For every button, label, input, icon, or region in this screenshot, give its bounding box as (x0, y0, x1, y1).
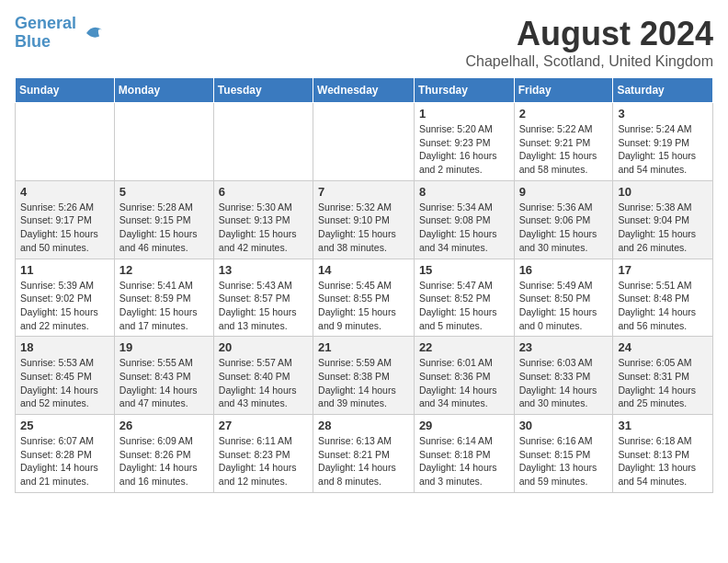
logo-text: General Blue (15, 15, 76, 52)
day-number: 1 (419, 107, 509, 121)
day-header-wednesday: Wednesday (313, 78, 415, 103)
calendar-cell: 29Sunrise: 6:14 AM Sunset: 8:18 PM Dayli… (414, 415, 514, 493)
subtitle: Chapelhall, Scotland, United Kingdom (466, 53, 714, 70)
day-number: 23 (519, 340, 609, 354)
day-number: 22 (419, 340, 509, 354)
day-info: Sunrise: 5:20 AM Sunset: 9:23 PM Dayligh… (419, 122, 509, 177)
calendar-cell: 30Sunrise: 6:16 AM Sunset: 8:15 PM Dayli… (514, 415, 613, 493)
day-info: Sunrise: 6:03 AM Sunset: 8:33 PM Dayligh… (519, 356, 609, 410)
calendar-cell (16, 103, 115, 181)
main-title: August 2024 (466, 15, 714, 53)
calendar-cell: 12Sunrise: 5:41 AM Sunset: 8:59 PM Dayli… (114, 259, 213, 337)
day-number: 18 (20, 340, 109, 354)
calendar-cell: 2Sunrise: 5:22 AM Sunset: 9:21 PM Daylig… (514, 103, 613, 181)
calendar-cell: 27Sunrise: 6:11 AM Sunset: 8:23 PM Dayli… (213, 415, 313, 493)
calendar-cell: 21Sunrise: 5:59 AM Sunset: 8:38 PM Dayli… (313, 337, 415, 415)
calendar-cell: 8Sunrise: 5:34 AM Sunset: 9:08 PM Daylig… (414, 180, 514, 259)
day-number: 24 (618, 340, 708, 354)
day-header-thursday: Thursday (414, 78, 514, 103)
day-number: 20 (219, 340, 308, 354)
day-number: 10 (618, 185, 708, 199)
day-number: 7 (318, 185, 409, 199)
day-number: 5 (119, 185, 209, 199)
day-number: 6 (219, 185, 308, 199)
day-info: Sunrise: 6:05 AM Sunset: 8:31 PM Dayligh… (618, 356, 708, 410)
calendar-cell: 5Sunrise: 5:28 AM Sunset: 9:15 PM Daylig… (114, 180, 213, 259)
day-info: Sunrise: 5:41 AM Sunset: 8:59 PM Dayligh… (119, 279, 209, 333)
day-info: Sunrise: 6:01 AM Sunset: 8:36 PM Dayligh… (419, 356, 509, 410)
day-info: Sunrise: 5:36 AM Sunset: 9:06 PM Dayligh… (519, 201, 609, 255)
calendar-cell: 11Sunrise: 5:39 AM Sunset: 9:02 PM Dayli… (16, 259, 115, 337)
calendar-cell: 23Sunrise: 6:03 AM Sunset: 8:33 PM Dayli… (514, 337, 613, 415)
day-info: Sunrise: 6:13 AM Sunset: 8:21 PM Dayligh… (318, 434, 409, 488)
calendar-cell: 28Sunrise: 6:13 AM Sunset: 8:21 PM Dayli… (313, 415, 415, 493)
calendar-table: SundayMondayTuesdayWednesdayThursdayFrid… (15, 77, 713, 493)
week-row-3: 11Sunrise: 5:39 AM Sunset: 9:02 PM Dayli… (16, 259, 713, 337)
calendar-cell: 15Sunrise: 5:47 AM Sunset: 8:52 PM Dayli… (414, 259, 514, 337)
day-info: Sunrise: 5:51 AM Sunset: 8:48 PM Dayligh… (618, 279, 708, 333)
day-header-friday: Friday (514, 78, 613, 103)
day-info: Sunrise: 5:24 AM Sunset: 9:19 PM Dayligh… (618, 122, 708, 177)
day-number: 8 (419, 185, 509, 199)
calendar-cell: 22Sunrise: 6:01 AM Sunset: 8:36 PM Dayli… (414, 337, 514, 415)
day-info: Sunrise: 6:18 AM Sunset: 8:13 PM Dayligh… (618, 434, 708, 488)
day-info: Sunrise: 5:49 AM Sunset: 8:50 PM Dayligh… (519, 279, 609, 333)
day-number: 28 (318, 419, 409, 432)
calendar-cell: 14Sunrise: 5:45 AM Sunset: 8:55 PM Dayli… (313, 259, 415, 337)
calendar-cell (213, 103, 313, 181)
day-header-monday: Monday (114, 78, 213, 103)
day-number: 25 (20, 419, 109, 432)
day-number: 4 (20, 185, 109, 199)
calendar-cell: 6Sunrise: 5:30 AM Sunset: 9:13 PM Daylig… (213, 180, 313, 259)
calendar-cell: 25Sunrise: 6:07 AM Sunset: 8:28 PM Dayli… (16, 415, 115, 493)
day-number: 14 (318, 263, 409, 277)
day-number: 17 (618, 263, 708, 277)
calendar-body: 1Sunrise: 5:20 AM Sunset: 9:23 PM Daylig… (16, 103, 713, 493)
day-info: Sunrise: 6:11 AM Sunset: 8:23 PM Dayligh… (219, 434, 308, 488)
day-info: Sunrise: 6:07 AM Sunset: 8:28 PM Dayligh… (20, 434, 109, 488)
calendar-cell: 7Sunrise: 5:32 AM Sunset: 9:10 PM Daylig… (313, 180, 415, 259)
calendar-cell (114, 103, 213, 181)
day-info: Sunrise: 5:43 AM Sunset: 8:57 PM Dayligh… (219, 279, 308, 333)
day-number: 16 (519, 263, 609, 277)
day-header-sunday: Sunday (16, 78, 115, 103)
day-number: 9 (519, 185, 609, 199)
day-number: 29 (419, 419, 509, 432)
calendar-cell (313, 103, 415, 181)
calendar-cell: 19Sunrise: 5:55 AM Sunset: 8:43 PM Dayli… (114, 337, 213, 415)
day-info: Sunrise: 5:55 AM Sunset: 8:43 PM Dayligh… (119, 356, 209, 410)
day-info: Sunrise: 5:22 AM Sunset: 9:21 PM Dayligh… (519, 122, 609, 177)
day-info: Sunrise: 5:57 AM Sunset: 8:40 PM Dayligh… (219, 356, 308, 410)
day-info: Sunrise: 5:26 AM Sunset: 9:17 PM Dayligh… (20, 201, 109, 255)
day-info: Sunrise: 5:59 AM Sunset: 8:38 PM Dayligh… (318, 356, 409, 410)
calendar-cell: 31Sunrise: 6:18 AM Sunset: 8:13 PM Dayli… (613, 415, 713, 493)
day-info: Sunrise: 5:32 AM Sunset: 9:10 PM Dayligh… (318, 201, 409, 255)
day-info: Sunrise: 5:28 AM Sunset: 9:15 PM Dayligh… (119, 201, 209, 255)
logo: General Blue (15, 15, 106, 52)
day-number: 31 (618, 419, 708, 432)
week-row-2: 4Sunrise: 5:26 AM Sunset: 9:17 PM Daylig… (16, 180, 713, 259)
calendar-cell: 20Sunrise: 5:57 AM Sunset: 8:40 PM Dayli… (213, 337, 313, 415)
day-number: 26 (119, 419, 209, 432)
calendar-cell: 18Sunrise: 5:53 AM Sunset: 8:45 PM Dayli… (16, 337, 115, 415)
title-block: August 2024 Chapelhall, Scotland, United… (466, 15, 714, 70)
calendar-cell: 24Sunrise: 6:05 AM Sunset: 8:31 PM Dayli… (613, 337, 713, 415)
day-info: Sunrise: 5:30 AM Sunset: 9:13 PM Dayligh… (219, 201, 308, 255)
day-info: Sunrise: 6:16 AM Sunset: 8:15 PM Dayligh… (519, 434, 609, 488)
day-number: 30 (519, 419, 609, 432)
day-number: 11 (20, 263, 109, 277)
calendar-cell: 10Sunrise: 5:38 AM Sunset: 9:04 PM Dayli… (613, 180, 713, 259)
calendar-cell: 26Sunrise: 6:09 AM Sunset: 8:26 PM Dayli… (114, 415, 213, 493)
calendar-cell: 13Sunrise: 5:43 AM Sunset: 8:57 PM Dayli… (213, 259, 313, 337)
day-number: 12 (119, 263, 209, 277)
calendar-cell: 3Sunrise: 5:24 AM Sunset: 9:19 PM Daylig… (613, 103, 713, 181)
day-info: Sunrise: 5:39 AM Sunset: 9:02 PM Dayligh… (20, 279, 109, 333)
day-info: Sunrise: 6:09 AM Sunset: 8:26 PM Dayligh… (119, 434, 209, 488)
week-row-1: 1Sunrise: 5:20 AM Sunset: 9:23 PM Daylig… (16, 103, 713, 181)
day-number: 19 (119, 340, 209, 354)
calendar-cell: 16Sunrise: 5:49 AM Sunset: 8:50 PM Dayli… (514, 259, 613, 337)
calendar-cell: 4Sunrise: 5:26 AM Sunset: 9:17 PM Daylig… (16, 180, 115, 259)
day-info: Sunrise: 5:34 AM Sunset: 9:08 PM Dayligh… (419, 201, 509, 255)
calendar-header-row: SundayMondayTuesdayWednesdayThursdayFrid… (16, 78, 713, 103)
day-number: 3 (618, 107, 708, 121)
